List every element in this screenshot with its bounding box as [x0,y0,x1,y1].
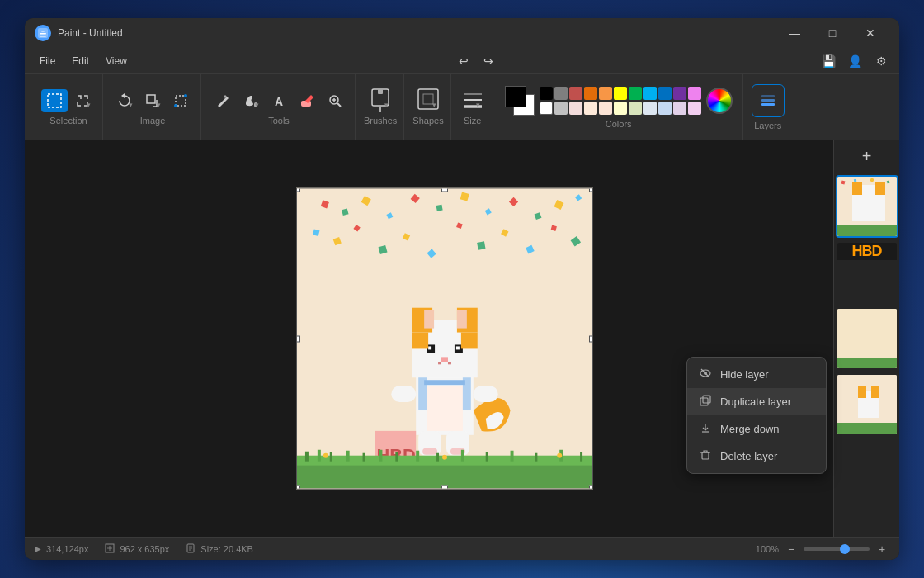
fill-tool[interactable]: ▾ [238,89,264,112]
size-selector[interactable]: ▾ [460,89,486,112]
color-lavender-light[interactable] [673,102,686,115]
merge-down-item[interactable]: Merge down [687,415,826,443]
color-green[interactable] [629,87,642,100]
zoom-slider-thumb[interactable] [840,544,850,554]
svg-rect-110 [837,358,898,370]
selection-handle-bm[interactable] [441,486,448,490]
zoom-tool[interactable] [322,89,348,112]
rotate-tool[interactable]: ▾ [111,89,138,112]
redo-button[interactable]: ↪ [477,50,500,73]
add-layer-button[interactable]: + [854,144,880,170]
color-orange[interactable] [599,87,612,100]
svg-rect-34 [436,205,442,211]
svg-rect-71 [422,448,437,455]
close-button[interactable]: ✕ [851,18,889,48]
layer-item-3[interactable] [836,307,898,370]
color-black[interactable] [540,87,553,100]
file-size-section: Size: 20.4KB [186,543,253,555]
layers-button[interactable] [752,84,785,117]
color-pink[interactable] [688,87,701,100]
selection-handle-bl[interactable] [296,486,300,490]
svg-point-99 [557,453,562,458]
color-pink-light[interactable] [569,102,582,115]
brushes-label: Brushes [364,116,397,126]
color-purple[interactable] [673,87,686,100]
zoom-slider[interactable] [804,547,870,551]
minimize-button[interactable]: — [776,18,813,48]
delete-layer-item[interactable]: Delete layer [687,443,826,470]
save-button[interactable]: 💾 [817,50,840,73]
drawing-canvas[interactable]: HBD [296,188,593,490]
selection-handle-tl[interactable] [296,188,300,192]
free-select-tool[interactable]: ▾ [69,89,96,112]
selection-handle-br[interactable] [589,486,593,490]
color-wheel-button[interactable] [706,88,733,114]
color-silver[interactable] [554,102,568,115]
shapes-tool[interactable]: ▾ [415,89,441,112]
selection-handle-mr[interactable] [589,335,593,342]
selection-handle-tm[interactable] [441,188,448,192]
color-blue-light[interactable] [644,102,657,115]
color-gray[interactable] [554,87,568,100]
crop-tool[interactable] [167,89,194,112]
zoom-out-button[interactable]: − [784,542,799,557]
selection-handle-ml[interactable] [296,335,300,342]
maximize-button[interactable]: □ [813,18,851,48]
window-title: Paint - Untitled [58,27,776,39]
color-salmon-light[interactable] [599,102,612,115]
svg-rect-73 [391,386,416,402]
settings-button[interactable]: ⚙ [870,50,893,73]
svg-rect-87 [379,450,382,462]
svg-rect-114 [871,386,879,398]
text-tool[interactable]: A [266,89,292,112]
svg-rect-62 [428,346,431,349]
svg-rect-94 [535,453,537,462]
size-icon [105,543,115,555]
menu-edit[interactable]: Edit [64,52,97,70]
layer-item-4[interactable] [836,373,898,436]
svg-rect-1 [40,33,46,35]
color-cornflower-light[interactable] [658,102,672,115]
eraser-tool[interactable] [294,89,320,112]
color-white[interactable] [540,102,553,115]
hide-layer-item[interactable]: Hide layer [687,361,826,388]
color-preview[interactable] [505,86,535,116]
color-red[interactable] [569,87,582,100]
colors-label: Colors [505,119,733,129]
color-row-2 [540,102,701,115]
svg-rect-3 [40,36,46,37]
shapes-group: ▾ Shapes [406,74,450,140]
foreground-color[interactable] [505,86,526,107]
layer-item-1[interactable] [836,175,898,238]
cursor-icon: ▶ [35,544,41,553]
color-orange-dark[interactable] [584,87,597,100]
svg-rect-54 [427,386,463,431]
color-cyan[interactable] [644,87,657,100]
pencil-tool[interactable] [210,89,236,112]
resize-tool[interactable]: ▾ [139,89,166,112]
color-yellow[interactable] [614,87,627,100]
menu-file[interactable]: File [31,52,64,70]
color-yellow-light[interactable] [614,102,627,115]
undo-button[interactable]: ↩ [452,50,475,73]
selection-tool[interactable] [41,89,68,112]
profile-button[interactable]: 👤 [843,50,866,73]
color-blue[interactable] [658,87,672,100]
svg-rect-91 [461,450,464,462]
selection-handle-tr[interactable] [589,188,593,192]
brush-tool[interactable]: ▾ [367,89,394,112]
layer-item-2[interactable]: HBD [836,241,898,304]
svg-rect-48 [477,241,485,249]
zoom-in-button[interactable]: + [874,542,889,557]
color-lilac-light[interactable] [688,102,701,115]
menu-view[interactable]: View [97,52,135,70]
svg-rect-90 [436,453,439,462]
merge-down-label: Merge down [720,423,780,435]
duplicate-layer-item[interactable]: Duplicate layer [687,388,826,415]
svg-rect-119 [700,398,708,405]
color-peach-light[interactable] [584,102,597,115]
svg-rect-89 [416,451,419,462]
svg-rect-4 [48,94,61,107]
svg-rect-122 [702,452,709,459]
color-green-light[interactable] [629,102,642,115]
